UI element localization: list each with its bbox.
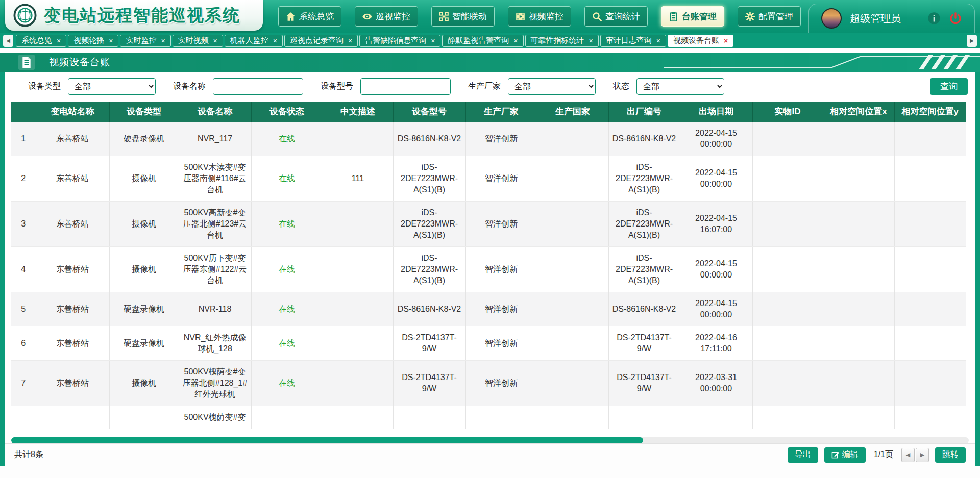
tab-system-overview[interactable]: 系统总览× — [16, 35, 66, 47]
info-icon[interactable] — [927, 12, 941, 25]
nav-button-ledger-mgmt[interactable]: 台账管理 — [661, 6, 724, 27]
tab-audit-logs[interactable]: 审计日志查询× — [600, 35, 666, 47]
cell: iDS-2DE7223MWR-A(S1)(B) — [393, 201, 465, 246]
device-model-input[interactable] — [360, 78, 451, 95]
tab-close-icon[interactable]: × — [513, 37, 518, 44]
scrollbar-thumb[interactable] — [11, 437, 643, 443]
cell: 7 — [11, 360, 36, 406]
column-header: 设备类型 — [109, 102, 179, 122]
cell — [537, 292, 608, 326]
table-row[interactable]: 1东善桥站硬盘录像机NVR_117在线DS-8616N-K8-V2智洋创新DS-… — [11, 122, 966, 156]
prev-page-icon[interactable]: ◀ — [901, 448, 915, 462]
tab-close-icon[interactable]: × — [213, 37, 217, 44]
cell: 智洋创新 — [465, 156, 537, 201]
tab-close-icon[interactable]: × — [431, 37, 435, 44]
table-row[interactable]: 6东善桥站硬盘录像机NVR_红外热成像球机_128在线DS-2TD4137T-9… — [11, 326, 966, 360]
tab-label: 告警缺陷信息查询 — [365, 36, 426, 45]
cell — [752, 156, 823, 201]
table-row[interactable]: 5东善桥站硬盘录像机NVR-118在线DS-8616N-K8-V2智洋创新DS-… — [11, 292, 966, 326]
nav-button-patrol-monitor[interactable]: 巡视监控 — [355, 6, 418, 27]
cell: 2022-04-15 00:00:00 — [680, 156, 752, 201]
nodes-icon — [439, 12, 449, 21]
cell — [823, 406, 894, 429]
table-row[interactable]: 500KV槐荫变#变 — [11, 406, 966, 429]
table-row[interactable]: 3东善桥站摄像机500KV高新变#变压器北侧#123#云台机在线iDS-2DE7… — [11, 201, 966, 246]
cell: 硬盘录像机 — [109, 292, 179, 326]
column-header: 实物ID — [752, 102, 823, 122]
cell: 东善桥站 — [36, 156, 109, 201]
table-row[interactable]: 2东善桥站摄像机500KV木渎变#变压器南侧#116#云台机在线111iDS-2… — [11, 156, 966, 201]
nav-label: 台账管理 — [682, 11, 717, 22]
column-header: 出场日期 — [680, 102, 752, 122]
tab-close-icon[interactable]: × — [109, 37, 113, 44]
cell — [823, 201, 894, 246]
cell — [36, 406, 109, 429]
table-row[interactable]: 4东善桥站摄像机500KV历下变#变压器东侧#122#云台机在线iDS-2DE7… — [11, 246, 966, 292]
cell — [393, 406, 465, 429]
tab-scroll-right-icon[interactable]: ▶ — [967, 35, 977, 47]
tab-close-icon[interactable]: × — [348, 37, 352, 44]
cell: 4 — [11, 246, 36, 292]
tab-video-carousel[interactable]: 视频轮播× — [68, 35, 118, 47]
tab-close-icon[interactable]: × — [273, 37, 277, 44]
cell — [251, 406, 323, 429]
tab-label: 静默监视告警查询 — [448, 36, 509, 45]
tab-alarm-defects[interactable]: 告警缺陷信息查询× — [359, 35, 440, 47]
cell: 智洋创新 — [465, 292, 537, 326]
tab-label: 系统总览 — [21, 36, 52, 45]
tab-reliability-stats[interactable]: 可靠性指标统计× — [525, 35, 599, 47]
tab-realtime-monitor[interactable]: 实时监控× — [120, 35, 170, 47]
tab-robot-monitor[interactable]: 机器人监控× — [225, 35, 283, 47]
cell: 2022-03-31 00:00:00 — [680, 360, 752, 406]
column-header: 设备型号 — [393, 102, 465, 122]
tab-label: 巡视点记录查询 — [290, 36, 344, 45]
device-name-input[interactable] — [213, 78, 303, 95]
tab-close-icon[interactable]: × — [724, 37, 728, 44]
device-type-select[interactable]: 全部 — [68, 78, 156, 95]
avatar[interactable] — [821, 8, 842, 29]
nav-button-config-mgmt[interactable]: 配置管理 — [738, 6, 801, 27]
jump-button[interactable]: 跳转 — [935, 447, 966, 463]
nav-button-video-monitor[interactable]: 视频监控 — [508, 6, 571, 27]
tab-close-icon[interactable]: × — [589, 37, 593, 44]
cell — [894, 201, 966, 246]
edit-button[interactable]: 编辑 — [824, 447, 866, 463]
cell: 摄像机 — [109, 360, 179, 406]
horizontal-scrollbar[interactable] — [11, 437, 969, 443]
next-page-icon[interactable]: ▶ — [916, 448, 929, 462]
cell — [823, 156, 894, 201]
tab-silent-alarms[interactable]: 静默监视告警查询× — [442, 35, 523, 47]
cell: DS-8616N-K8-V2 — [393, 292, 465, 326]
manufacturer-select[interactable]: 全部 — [508, 78, 596, 95]
tab-realtime-video[interactable]: 实时视频× — [173, 35, 223, 47]
status-select[interactable]: 全部 — [636, 78, 724, 95]
tab-scroll-left-icon[interactable]: ◀ — [3, 35, 13, 47]
nav-label: 查询统计 — [605, 11, 640, 22]
search-button[interactable]: 查询 — [930, 78, 968, 95]
cell: DS-8616N-K8-V2 — [608, 122, 680, 156]
column-header: 出厂编号 — [608, 102, 680, 122]
nav-button-smart-linkage[interactable]: 智能联动 — [431, 6, 495, 27]
tab-close-icon[interactable]: × — [57, 37, 61, 44]
nav-button-query-stats[interactable]: 查询统计 — [584, 6, 648, 27]
column-header — [11, 102, 36, 122]
divider — [0, 48, 980, 53]
tab-close-icon[interactable]: × — [161, 37, 165, 44]
cell: 500KV槐荫变#变 — [179, 406, 251, 429]
page-title: 视频设备台账 — [49, 56, 110, 69]
cell — [823, 122, 894, 156]
bottom-strip — [0, 466, 980, 478]
footer-bar: 共计8条 导出 编辑 1/1页 ◀ ▶ 跳转 — [5, 443, 975, 466]
column-header: 生产国家 — [537, 102, 608, 122]
tab-close-icon[interactable]: × — [656, 37, 660, 44]
device-name-label: 设备名称 — [173, 81, 206, 92]
app-header: 变电站远程智能巡视系统 系统总览巡视监控智能联动视频监控查询统计台账管理配置管理… — [0, 0, 980, 33]
cell: DS-2TD4137T-9/W — [608, 360, 680, 406]
export-button[interactable]: 导出 — [788, 447, 818, 463]
nav-button-system-overview[interactable]: 系统总览 — [278, 6, 341, 27]
power-logout-icon[interactable] — [949, 12, 962, 25]
tab-patrol-records[interactable]: 巡视点记录查询× — [284, 35, 358, 47]
tab-video-device-ledger[interactable]: 视频设备台账× — [668, 35, 733, 47]
table-row[interactable]: 7东善桥站摄像机500KV槐荫变#变压器北侧#128_1#红外光球机在线DS-2… — [11, 360, 966, 406]
cell — [323, 201, 393, 246]
